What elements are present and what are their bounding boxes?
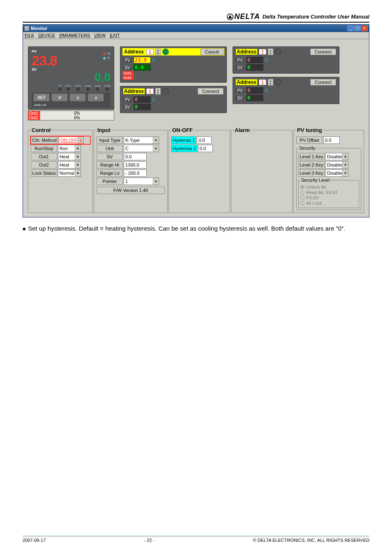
footer-copyright: © DELTA ELECTRONICS, INC. ALL RIGHTS RES… (253, 538, 369, 543)
alarm-group: Alarm (231, 127, 293, 213)
runstop-button[interactable]: Run/Stop (31, 145, 57, 152)
out1-percent: 0% (40, 111, 114, 116)
menu-device[interactable]: DEVICE (38, 33, 55, 38)
level-3-key-select[interactable]: Disable▼ (325, 169, 348, 177)
sv-input[interactable]: 0.0 (124, 153, 147, 160)
device-cycle-button[interactable]: ↺ (51, 93, 68, 102)
address-panel-3: Address 1 ▲▼ Connect PV0C SV0 (233, 46, 339, 74)
device-brand: ANELTA (32, 102, 111, 108)
device-down-button[interactable]: ∨ (69, 93, 86, 102)
out2-percent: 0% (40, 116, 114, 120)
input-type-button[interactable]: Input Type (97, 136, 123, 144)
address-2-value[interactable]: 1 (146, 88, 154, 94)
menubar: FILE DEVICE PARAMETERS VIEW EXIT (23, 32, 369, 39)
radio-read-all[interactable] (300, 190, 304, 194)
hysteresis-2-input[interactable]: 0.0 (198, 145, 213, 152)
page-footer: 2007-09-17 - 22 - © DELTA ELECTRONICS, I… (23, 536, 369, 543)
security-level-group: Security Level Unlock All Read All, SV,A… (298, 178, 359, 208)
address-4-spinner[interactable]: ▲▼ (268, 79, 273, 86)
menu-exit[interactable]: EXIT (110, 33, 120, 38)
address-3-indicator-icon (275, 49, 281, 55)
hysteresis-1-input[interactable]: 0.0 (197, 136, 212, 144)
addr4-pv: 0 (246, 87, 263, 94)
addr4-sv: 0 (246, 95, 263, 101)
ctrl-method-select[interactable]: ON-OFF▼ (59, 136, 84, 144)
addr2-sv: 0 (134, 104, 151, 110)
device-up-button[interactable]: ∧ (88, 93, 104, 102)
pv-offset-button[interactable]: PV Offset (296, 136, 323, 144)
level-1-key-select[interactable]: Disable▼ (325, 153, 348, 160)
window-close-button[interactable]: ✕ (361, 25, 368, 31)
address-1-cancel-button[interactable]: Cancel (201, 49, 224, 55)
lock-status-select[interactable]: Normal▼ (58, 169, 81, 177)
out2-button[interactable]: Out2 (31, 161, 57, 169)
range-hi-input[interactable]: 1300.0 (124, 161, 147, 169)
window-minimize-button[interactable]: _ (347, 25, 354, 31)
menu-parameters[interactable]: PARAMETERS (59, 33, 90, 38)
device-set-button[interactable]: SET (33, 93, 50, 102)
pointer-select[interactable]: 1▼ (124, 178, 159, 185)
pv-offset-input[interactable]: 0.0 (323, 136, 340, 144)
address-1-spinner[interactable]: ▲▼ (155, 49, 161, 55)
level-2-key-select[interactable]: Disable▼ (325, 161, 348, 169)
hysteresis-1-button[interactable]: Hystersis 1 (171, 136, 196, 144)
out2-select[interactable]: Heat▼ (58, 161, 81, 169)
range-lo-input[interactable]: - 200.0 (124, 169, 147, 177)
address-4-value[interactable]: 1 (259, 79, 266, 85)
radio-unlock-all[interactable] (300, 185, 304, 189)
address-2-indicator-icon (162, 88, 169, 95)
onoff-group: ON-OFF Hystersis 1 0.0 Hysterisis 2 0.0 (168, 127, 230, 213)
pv-value: 23.8 (32, 53, 57, 67)
radio-all-lock[interactable] (300, 201, 304, 205)
addr1-pv: 23.8 (134, 57, 151, 63)
unit-button[interactable]: Unit (97, 145, 123, 152)
doc-title: Delta Temperature Controller User Manual (263, 14, 369, 20)
address-panel-4: Address 1 ▲▼ Connect PV0C SV0 (233, 77, 339, 104)
address-4-connect-button[interactable]: Connect (310, 79, 336, 86)
sv-value: 0.0 (32, 72, 111, 83)
unit-c: °C (107, 52, 111, 56)
fw-version-label: F/W Version 1.40 (97, 187, 165, 194)
address-label: Address (123, 49, 145, 55)
control-group: Control Ctrl. Method ON-OFF▼ Run/Stop Ru… (28, 127, 93, 213)
address-1-value[interactable]: 1 (146, 49, 154, 55)
radio-pvsv[interactable] (300, 196, 304, 200)
addr1-out1-tag: Out1 (123, 71, 134, 75)
level-1-key-button[interactable]: Level 1 Key (298, 153, 325, 160)
pointer-button[interactable]: Pointer (97, 178, 123, 185)
out1-select[interactable]: Heat▼ (58, 153, 81, 160)
address-3-connect-button[interactable]: Connect (310, 49, 336, 55)
level-2-key-button[interactable]: Level 2 Key (298, 161, 325, 169)
address-2-spinner[interactable]: ▲▼ (155, 88, 161, 95)
menu-view[interactable]: VIEW (94, 33, 106, 38)
hysteresis-2-button[interactable]: Hysterisis 2 (171, 145, 197, 152)
addr1-out2-tag: Out2 (123, 76, 134, 80)
address-panel-2: Address 1 ▲▼ Connect PV0C SV0 (120, 86, 227, 113)
level-3-key-button[interactable]: Level 3 Key (298, 169, 325, 177)
input-type-select[interactable]: K-Type▼ (124, 136, 159, 144)
window-icon: ▭ (24, 26, 29, 31)
ctrl-method-button[interactable]: Ctrl. Method (31, 136, 58, 144)
address-3-value[interactable]: 1 (259, 49, 266, 55)
sv-button[interactable]: SV (97, 153, 123, 160)
body-paragraph: ■ Set up hysteresis. Default = heating h… (23, 225, 369, 232)
range-lo-button[interactable]: Range Lo (97, 169, 123, 177)
lock-status-button[interactable]: Lock Status (31, 169, 57, 177)
address-2-connect-button[interactable]: Connect (198, 88, 224, 95)
footer-page: - 22 - (144, 538, 155, 543)
monitor-window: ▭ Monitor _ ❐ ✕ FILE DEVICE PARAMETERS V… (23, 24, 369, 217)
addr3-sv: 0 (246, 64, 263, 71)
unit-select[interactable]: C▼ (124, 145, 159, 152)
window-title: Monitor (31, 26, 47, 31)
out1-button[interactable]: Out1 (31, 153, 57, 160)
window-maximize-button[interactable]: ❐ (354, 25, 361, 31)
range-hi-button[interactable]: Range Hi (97, 161, 123, 169)
delta-logo: NELTA (227, 12, 260, 21)
address-1-indicator-icon (162, 49, 169, 55)
footer-date: 2007-09-17 (23, 538, 46, 543)
input-group: Input Input Type K-Type▼ Unit C▼ SV 0.0 … (94, 127, 168, 213)
runstop-select[interactable]: Run▼ (58, 145, 81, 152)
address-3-spinner[interactable]: ▲▼ (268, 49, 273, 55)
menu-file[interactable]: FILE (25, 33, 34, 38)
out2-tag: Out2 (28, 116, 40, 120)
